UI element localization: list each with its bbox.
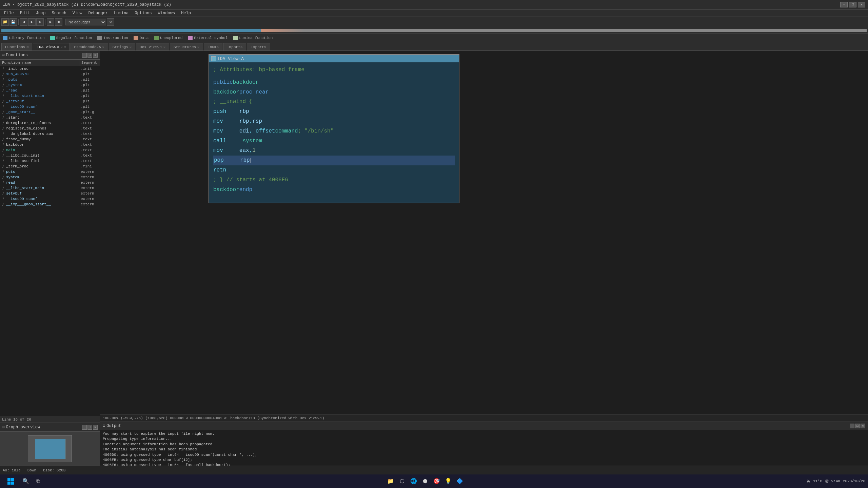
func-seg: .text <box>79 159 100 163</box>
toolbar-back[interactable]: ◀ <box>20 18 27 26</box>
toolbar-run[interactable]: ▶ <box>47 18 54 26</box>
functions-panel-header: ⊞ Functions _ □ ✕ <box>0 51 100 60</box>
disasm-window[interactable]: IDA View-A ; Attributes: bp-based frame … <box>209 54 459 203</box>
tab-imports[interactable]: Imports <box>223 43 246 50</box>
tab-functions-panel[interactable]: Functions ⊞ <box>1 43 32 50</box>
tab-ida-expand[interactable]: ⊞ <box>64 45 66 49</box>
list-item[interactable]: 𝑓 read extern <box>0 180 100 185</box>
list-item[interactable]: 𝑓 register_tm_clones .text <box>0 126 100 131</box>
list-item[interactable]: 𝑓 _read .plt <box>0 88 100 93</box>
close-button[interactable]: ✕ <box>858 2 865 7</box>
graph-ctrl-close[interactable]: ✕ <box>93 425 98 430</box>
list-item[interactable]: 𝑓 system extern <box>0 175 100 180</box>
list-item[interactable]: 𝑓 __isoc99_scanf .plt <box>0 104 100 109</box>
taskbar-app4[interactable]: 🎯 <box>431 476 442 487</box>
tab-strings[interactable]: Strings ✕ <box>109 43 135 50</box>
menu-jump[interactable]: Jump <box>33 10 48 16</box>
menu-view[interactable]: View <box>70 10 85 16</box>
tab-ida-view-a[interactable]: IDA View-A ✕ ⊞ <box>33 43 70 50</box>
list-item[interactable]: 𝑓 __imp___gmon_start__ extern <box>0 202 100 207</box>
menu-search[interactable]: Search <box>49 10 69 16</box>
tab-hex-view-1[interactable]: Hex View-1 ✕ <box>136 43 169 50</box>
minimize-button[interactable]: ─ <box>840 2 848 7</box>
list-item[interactable]: 𝑓 _puts .plt <box>0 77 100 82</box>
tab-exports[interactable]: Exports <box>247 43 270 50</box>
tab-structures-close[interactable]: ✕ <box>197 45 199 49</box>
list-item[interactable]: 𝑓 __libc_csu_fini .text <box>0 158 100 164</box>
tab-ida-close[interactable]: ✕ <box>60 45 62 49</box>
panel-ctrl-max[interactable]: □ <box>87 53 92 58</box>
menu-windows[interactable]: Windows <box>155 10 178 16</box>
func-seg: .fini <box>79 164 100 168</box>
taskbar-app3[interactable]: ⬢ <box>420 476 431 487</box>
list-item[interactable]: 𝑓 __libc_start_main extern <box>0 185 100 191</box>
toolbar-separator-3 <box>64 19 64 25</box>
func-name: _system <box>5 83 79 87</box>
list-item[interactable]: 𝑓 _start .text <box>0 115 100 120</box>
taskbar-app5[interactable]: 💡 <box>443 476 454 487</box>
taskbar-app1[interactable]: ⬡ <box>397 476 408 487</box>
graph-ctrl-min[interactable]: _ <box>82 425 87 430</box>
list-item[interactable]: 𝑓 main .text <box>0 147 100 153</box>
tab-structures[interactable]: Structures ✕ <box>170 43 203 50</box>
output-ctrl-close[interactable]: ✕ <box>861 424 865 428</box>
toolbar-refresh[interactable]: ↻ <box>36 18 44 26</box>
menu-lumina[interactable]: Lumina <box>111 10 131 16</box>
panel-ctrl-min[interactable]: _ <box>82 53 87 58</box>
functions-list[interactable]: 𝑓 _init_proc .init 𝑓 sub_400570 .plt 𝑓 _… <box>0 66 100 416</box>
list-item[interactable]: 𝑓 _setvbuf .plt <box>0 99 100 104</box>
func-seg: .text <box>79 154 100 158</box>
list-item[interactable]: 𝑓 _term_proc .fini <box>0 164 100 169</box>
panel-ctrl-close[interactable]: ✕ <box>93 53 98 58</box>
func-icon: 𝑓 <box>1 66 5 71</box>
toolbar-attach[interactable]: ⚙ <box>107 18 114 26</box>
taskbar-app6[interactable]: 🔷 <box>454 476 465 487</box>
list-item[interactable]: 𝑓 _system .plt <box>0 82 100 88</box>
toolbar-save[interactable]: 💾 <box>9 18 17 26</box>
output-ctrl-max[interactable]: □ <box>855 424 860 428</box>
func-icon: 𝑓 <box>1 169 5 174</box>
menu-options[interactable]: Options <box>132 10 154 16</box>
taskbar-app2[interactable]: 🌐 <box>408 476 419 487</box>
list-item[interactable]: 𝑓 frame_dummy .text <box>0 137 100 142</box>
menu-help[interactable]: Help <box>178 10 194 16</box>
toolbar-separator-1 <box>18 19 19 25</box>
maximize-button[interactable]: □ <box>849 2 856 7</box>
tab-hex-close[interactable]: ✕ <box>163 45 165 49</box>
tab-strings-close[interactable]: ✕ <box>130 45 132 49</box>
list-item[interactable]: 𝑓 __do_global_dtors_aux .text <box>0 131 100 137</box>
toolbar-forward[interactable]: ▶ <box>28 18 36 26</box>
toolbar-open[interactable]: 📁 <box>1 18 9 26</box>
list-item[interactable]: 𝑓 sub_400570 .plt <box>0 72 100 77</box>
taskbar-taskview[interactable]: ⧉ <box>33 476 43 487</box>
taskbar-fileexplorer[interactable]: 📁 <box>385 476 396 487</box>
list-item[interactable]: 𝑓 __libc_csu_init .text <box>0 153 100 158</box>
list-item[interactable]: 𝑓 deregister_tm_clones .text <box>0 120 100 126</box>
list-item[interactable]: 𝑓 setvbuf extern <box>0 191 100 196</box>
list-item[interactable]: 𝑓 _init_proc .init <box>0 66 100 72</box>
func-icon: 𝑓 <box>1 94 5 98</box>
tab-pseudo-close[interactable]: ✕ <box>102 45 104 49</box>
menu-file[interactable]: File <box>1 10 17 16</box>
list-item[interactable]: 𝑓 __isoc99_scanf extern <box>0 196 100 202</box>
list-item[interactable]: 𝑓 backdoor .text <box>0 142 100 147</box>
func-name: frame_dummy <box>5 137 79 141</box>
menu-edit[interactable]: Edit <box>17 10 33 16</box>
proc-keyword: proc near <box>239 87 269 97</box>
toolbar-stop[interactable]: ■ <box>55 18 62 26</box>
list-item[interactable]: 𝑓 __libc_start_main .plt <box>0 93 100 99</box>
func-icon: 𝑓 <box>1 110 5 115</box>
graph-ctrl-max[interactable]: □ <box>87 425 92 430</box>
start-button[interactable] <box>3 478 19 485</box>
output-ctrl-min[interactable]: _ <box>850 424 854 428</box>
tab-functions-close[interactable]: ⊞ <box>26 45 28 49</box>
line-info: Line 16 of 26 <box>0 416 100 423</box>
debugger-select[interactable]: No debugger <box>65 19 106 25</box>
list-item[interactable]: 𝑓 _gmon_start__ .plt.g <box>0 109 100 115</box>
tab-enums[interactable]: Enums <box>204 43 222 50</box>
taskbar-search[interactable]: 🔍 <box>20 476 31 487</box>
window-controls[interactable]: ─ □ ✕ <box>840 2 865 7</box>
menu-debugger[interactable]: Debugger <box>85 10 111 16</box>
tab-pseudocode-a[interactable]: Pseudocode-A ✕ <box>71 43 108 50</box>
list-item[interactable]: 𝑓 puts extern <box>0 169 100 175</box>
